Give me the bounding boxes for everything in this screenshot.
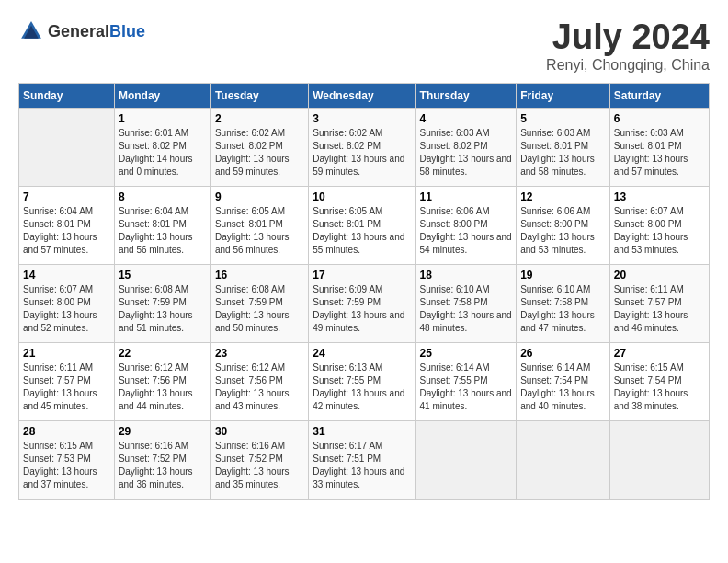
day-number: 21 [23, 347, 110, 360]
day-number: 22 [119, 347, 207, 360]
day-details: Sunrise: 6:07 AMSunset: 8:00 PMDaylight:… [23, 283, 110, 335]
day-number: 3 [313, 112, 411, 125]
weekday-header: Tuesday [210, 83, 308, 108]
calendar-cell: 19 Sunrise: 6:10 AMSunset: 7:58 PMDaylig… [517, 264, 610, 342]
calendar-cell: 2 Sunrise: 6:02 AMSunset: 8:02 PMDayligh… [210, 108, 308, 186]
month-title: July 2024 [546, 18, 710, 57]
calendar-cell: 18 Sunrise: 6:10 AMSunset: 7:58 PMDaylig… [415, 264, 517, 342]
day-details: Sunrise: 6:17 AMSunset: 7:51 PMDaylight:… [313, 440, 411, 491]
day-number: 12 [520, 190, 606, 203]
day-number: 24 [313, 347, 411, 360]
day-details: Sunrise: 6:08 AMSunset: 7:59 PMDaylight:… [119, 283, 207, 335]
calendar-cell: 6 Sunrise: 6:03 AMSunset: 8:01 PMDayligh… [609, 108, 709, 186]
day-number: 16 [215, 269, 304, 282]
day-details: Sunrise: 6:04 AMSunset: 8:01 PMDaylight:… [23, 205, 110, 257]
calendar-cell: 1 Sunrise: 6:01 AMSunset: 8:02 PMDayligh… [114, 108, 210, 186]
calendar-week-row: 28 Sunrise: 6:15 AMSunset: 7:53 PMDaylig… [19, 420, 710, 499]
calendar-cell: 7 Sunrise: 6:04 AMSunset: 8:01 PMDayligh… [19, 186, 115, 264]
day-details: Sunrise: 6:02 AMSunset: 8:02 PMDaylight:… [313, 127, 411, 178]
day-number: 13 [614, 190, 705, 203]
title-area: July 2024 Renyi, Chongqing, China [546, 18, 710, 74]
day-number: 20 [614, 269, 705, 282]
day-number: 2 [215, 112, 304, 125]
day-details: Sunrise: 6:03 AMSunset: 8:02 PMDaylight:… [420, 127, 513, 178]
calendar-cell: 29 Sunrise: 6:16 AMSunset: 7:52 PMDaylig… [114, 420, 210, 499]
day-details: Sunrise: 6:16 AMSunset: 7:52 PMDaylight:… [119, 440, 207, 491]
day-number: 19 [520, 269, 606, 282]
calendar-cell: 4 Sunrise: 6:03 AMSunset: 8:02 PMDayligh… [415, 108, 517, 186]
calendar-cell: 21 Sunrise: 6:11 AMSunset: 7:57 PMDaylig… [19, 342, 115, 420]
day-details: Sunrise: 6:09 AMSunset: 7:59 PMDaylight:… [313, 283, 411, 335]
calendar-cell: 10 Sunrise: 6:05 AMSunset: 8:01 PMDaylig… [309, 186, 415, 264]
day-details: Sunrise: 6:15 AMSunset: 7:53 PMDaylight:… [23, 440, 110, 491]
day-number: 11 [420, 190, 513, 203]
day-details: Sunrise: 6:13 AMSunset: 7:55 PMDaylight:… [313, 362, 411, 413]
day-details: Sunrise: 6:12 AMSunset: 7:56 PMDaylight:… [215, 362, 304, 413]
day-number: 8 [119, 190, 207, 203]
day-details: Sunrise: 6:15 AMSunset: 7:54 PMDaylight:… [614, 362, 705, 413]
day-number: 31 [313, 425, 411, 438]
calendar-cell: 3 Sunrise: 6:02 AMSunset: 8:02 PMDayligh… [309, 108, 415, 186]
location-title: Renyi, Chongqing, China [546, 57, 710, 74]
calendar-cell [517, 420, 610, 499]
calendar-week-row: 1 Sunrise: 6:01 AMSunset: 8:02 PMDayligh… [19, 108, 710, 186]
day-number: 1 [119, 112, 207, 125]
calendar-cell: 14 Sunrise: 6:07 AMSunset: 8:00 PMDaylig… [19, 264, 115, 342]
day-number: 7 [23, 190, 110, 203]
day-number: 15 [119, 269, 207, 282]
day-number: 17 [313, 269, 411, 282]
calendar-week-row: 7 Sunrise: 6:04 AMSunset: 8:01 PMDayligh… [19, 186, 710, 264]
day-number: 5 [520, 112, 606, 125]
calendar-cell: 8 Sunrise: 6:04 AMSunset: 8:01 PMDayligh… [114, 186, 210, 264]
calendar-cell: 16 Sunrise: 6:08 AMSunset: 7:59 PMDaylig… [210, 264, 308, 342]
day-details: Sunrise: 6:06 AMSunset: 8:00 PMDaylight:… [420, 205, 513, 257]
calendar-cell: 27 Sunrise: 6:15 AMSunset: 7:54 PMDaylig… [609, 342, 709, 420]
calendar-cell: 26 Sunrise: 6:14 AMSunset: 7:54 PMDaylig… [517, 342, 610, 420]
day-details: Sunrise: 6:16 AMSunset: 7:52 PMDaylight:… [215, 440, 304, 491]
calendar-cell: 23 Sunrise: 6:12 AMSunset: 7:56 PMDaylig… [210, 342, 308, 420]
day-number: 9 [215, 190, 304, 203]
day-number: 6 [614, 112, 705, 125]
calendar-cell: 20 Sunrise: 6:11 AMSunset: 7:57 PMDaylig… [609, 264, 709, 342]
day-number: 27 [614, 347, 705, 360]
day-details: Sunrise: 6:04 AMSunset: 8:01 PMDaylight:… [119, 205, 207, 257]
calendar-cell [609, 420, 709, 499]
calendar-cell [19, 108, 115, 186]
page-header: GeneralBlue July 2024 Renyi, Chongqing, … [18, 18, 710, 74]
day-details: Sunrise: 6:10 AMSunset: 7:58 PMDaylight:… [420, 283, 513, 335]
logo-general-text: General [48, 22, 109, 40]
day-details: Sunrise: 6:14 AMSunset: 7:54 PMDaylight:… [520, 362, 606, 413]
calendar-week-row: 14 Sunrise: 6:07 AMSunset: 8:00 PMDaylig… [19, 264, 710, 342]
logo-icon [18, 18, 44, 44]
calendar-cell: 11 Sunrise: 6:06 AMSunset: 8:00 PMDaylig… [415, 186, 517, 264]
day-details: Sunrise: 6:11 AMSunset: 7:57 PMDaylight:… [614, 283, 705, 335]
calendar-cell: 31 Sunrise: 6:17 AMSunset: 7:51 PMDaylig… [309, 420, 415, 499]
day-details: Sunrise: 6:12 AMSunset: 7:56 PMDaylight:… [119, 362, 207, 413]
day-number: 14 [23, 269, 110, 282]
calendar-cell: 24 Sunrise: 6:13 AMSunset: 7:55 PMDaylig… [309, 342, 415, 420]
day-number: 10 [313, 190, 411, 203]
day-details: Sunrise: 6:05 AMSunset: 8:01 PMDaylight:… [215, 205, 304, 257]
calendar-cell: 17 Sunrise: 6:09 AMSunset: 7:59 PMDaylig… [309, 264, 415, 342]
day-number: 23 [215, 347, 304, 360]
day-number: 25 [420, 347, 513, 360]
day-details: Sunrise: 6:03 AMSunset: 8:01 PMDaylight:… [614, 127, 705, 178]
weekday-header: Saturday [609, 83, 709, 108]
day-details: Sunrise: 6:03 AMSunset: 8:01 PMDaylight:… [520, 127, 606, 178]
day-details: Sunrise: 6:10 AMSunset: 7:58 PMDaylight:… [520, 283, 606, 335]
day-details: Sunrise: 6:05 AMSunset: 8:01 PMDaylight:… [313, 205, 411, 257]
calendar-cell: 5 Sunrise: 6:03 AMSunset: 8:01 PMDayligh… [517, 108, 610, 186]
day-number: 29 [119, 425, 207, 438]
day-details: Sunrise: 6:06 AMSunset: 8:00 PMDaylight:… [520, 205, 606, 257]
calendar-table: SundayMondayTuesdayWednesdayThursdayFrid… [18, 83, 710, 500]
logo: GeneralBlue [18, 18, 145, 44]
day-number: 30 [215, 425, 304, 438]
calendar-cell: 13 Sunrise: 6:07 AMSunset: 8:00 PMDaylig… [609, 186, 709, 264]
calendar-cell: 25 Sunrise: 6:14 AMSunset: 7:55 PMDaylig… [415, 342, 517, 420]
weekday-header: Sunday [19, 83, 115, 108]
logo-blue-text: Blue [109, 22, 145, 40]
day-details: Sunrise: 6:14 AMSunset: 7:55 PMDaylight:… [420, 362, 513, 413]
day-details: Sunrise: 6:08 AMSunset: 7:59 PMDaylight:… [215, 283, 304, 335]
weekday-header: Wednesday [309, 83, 415, 108]
calendar-cell: 15 Sunrise: 6:08 AMSunset: 7:59 PMDaylig… [114, 264, 210, 342]
